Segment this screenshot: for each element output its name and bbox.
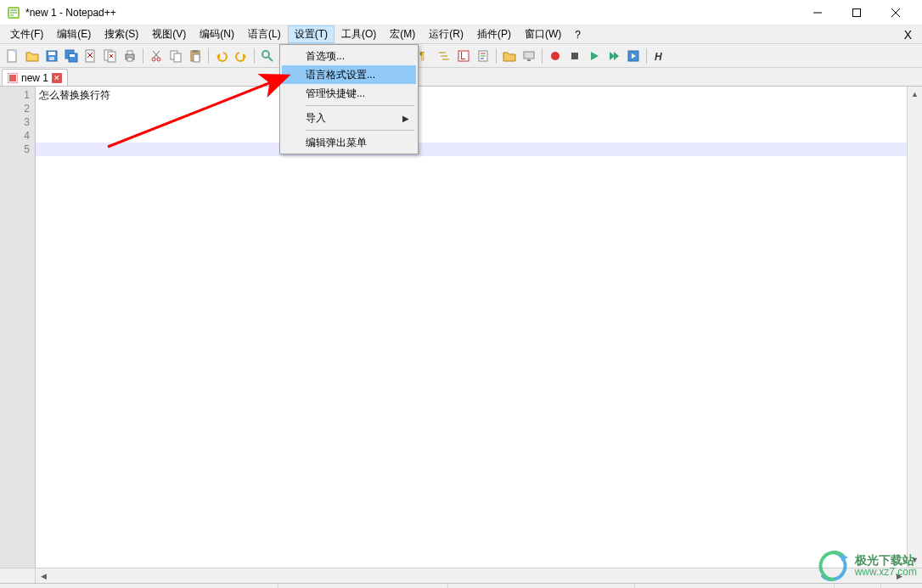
menu-item-5[interactable]: 语言(L) <box>241 25 288 43</box>
line-number: 2 <box>0 102 30 115</box>
vertical-scrollbar[interactable]: ▲ ▼ <box>907 87 922 568</box>
dropdown-item-2[interactable]: 管理快捷键... <box>282 84 416 103</box>
svg-point-35 <box>262 51 269 58</box>
line-number-gutter: 12345 <box>0 87 36 568</box>
doc-map-icon[interactable] <box>474 47 492 65</box>
svg-rect-64 <box>524 52 534 59</box>
menu-separator <box>306 105 414 106</box>
menu-item-8[interactable]: 宏(M) <box>383 25 422 43</box>
menu-item-4[interactable]: 编码(N) <box>193 25 241 43</box>
scroll-down-arrow-icon[interactable]: ▼ <box>908 552 922 568</box>
close-all-icon[interactable] <box>101 47 120 65</box>
dropdown-item-4[interactable]: 导入▶ <box>282 109 416 127</box>
file-dirty-icon <box>8 73 18 83</box>
file-tab[interactable]: new 1 ✕ <box>2 69 68 86</box>
svg-line-27 <box>153 51 159 58</box>
editor-line <box>39 115 903 129</box>
line-number: 5 <box>0 143 30 156</box>
toolbar-separator <box>542 48 543 64</box>
submenu-arrow-icon: ▶ <box>402 114 409 123</box>
save-icon[interactable] <box>42 47 61 65</box>
svg-rect-13 <box>70 54 75 57</box>
dropdown-item-1[interactable]: 语言格式设置... <box>282 65 416 84</box>
print-icon[interactable] <box>121 47 139 65</box>
menu-item-9[interactable]: 运行(R) <box>422 25 470 43</box>
editor-line <box>39 143 903 156</box>
menu-item-10[interactable]: 插件(P) <box>470 25 518 43</box>
menu-item-12[interactable]: ? <box>568 25 587 43</box>
vscroll-track[interactable] <box>908 102 922 552</box>
minimize-button[interactable] <box>798 0 837 25</box>
svg-rect-22 <box>127 51 132 54</box>
menu-item-3[interactable]: 视图(V) <box>145 25 193 43</box>
menubar-close-x[interactable]: X <box>897 25 919 43</box>
svg-rect-9 <box>48 52 55 55</box>
play-macro-icon[interactable] <box>585 47 604 65</box>
cut-icon[interactable] <box>147 47 166 65</box>
svg-text:H: H <box>655 51 662 63</box>
redo-icon[interactable] <box>232 47 250 65</box>
menu-item-0[interactable]: 文件(F) <box>3 25 50 43</box>
svg-rect-65 <box>527 59 531 61</box>
line-number: 3 <box>0 115 30 129</box>
status-file-type: Normal text file <box>7 584 278 588</box>
tab-close-button[interactable]: ✕ <box>52 73 62 83</box>
svg-rect-14 <box>86 50 94 62</box>
svg-line-36 <box>268 57 273 61</box>
menu-item-7[interactable]: 工具(O) <box>335 25 383 43</box>
horizontal-scrollbar[interactable]: ◀ ▶ <box>0 568 922 583</box>
undo-icon[interactable] <box>212 47 231 65</box>
window-title: *new 1 - Notepad++ <box>25 7 798 19</box>
new-file-icon[interactable] <box>3 47 22 65</box>
open-file-icon[interactable] <box>23 47 42 65</box>
indent-guide-icon[interactable] <box>435 47 453 65</box>
lang-icon[interactable]: L <box>454 47 473 65</box>
status-encoding[interactable]: UTF-8 <box>835 584 881 588</box>
header-icon[interactable]: H <box>650 47 669 65</box>
scroll-left-arrow-icon[interactable]: ◀ <box>36 568 51 583</box>
status-length: length : 29 lines : 5 <box>278 584 448 588</box>
copy-icon[interactable] <box>166 47 185 65</box>
window-controls <box>798 0 915 25</box>
title-bar: *new 1 - Notepad++ <box>0 0 922 25</box>
menu-item-1[interactable]: 编辑(E) <box>50 25 98 43</box>
svg-marker-68 <box>591 52 599 60</box>
folder-icon[interactable] <box>500 47 519 65</box>
stop-macro-icon[interactable] <box>565 47 584 65</box>
scroll-right-arrow-icon[interactable]: ▶ <box>891 568 907 583</box>
status-mode[interactable]: INS <box>881 584 915 588</box>
svg-point-66 <box>551 52 559 60</box>
hscroll-track[interactable] <box>51 568 891 583</box>
find-icon[interactable] <box>258 47 277 65</box>
svg-rect-67 <box>571 53 578 59</box>
dropdown-item-6[interactable]: 编辑弹出菜单 <box>282 133 416 152</box>
play-multi-icon[interactable] <box>604 47 623 65</box>
line-number: 1 <box>0 88 30 102</box>
toolbar-separator <box>143 48 143 64</box>
save-all-icon[interactable] <box>62 47 81 65</box>
toolbar-separator <box>254 48 255 64</box>
record-macro-icon[interactable] <box>546 47 565 65</box>
close-icon[interactable] <box>82 47 100 65</box>
menu-item-11[interactable]: 窗口(W) <box>518 25 568 43</box>
menu-item-6[interactable]: 设置(T) <box>288 25 335 43</box>
save-macro-icon[interactable] <box>624 47 643 65</box>
paste-icon[interactable] <box>186 47 205 65</box>
svg-text:L: L <box>460 50 466 62</box>
scroll-up-arrow-icon[interactable]: ▲ <box>908 87 922 102</box>
settings-dropdown-menu: 首选项...语言格式设置...管理快捷键...导入▶编辑弹出菜单 <box>279 44 419 154</box>
scroll-corner <box>907 568 922 583</box>
status-eol[interactable]: Windows (CR LF) <box>736 584 835 588</box>
editor-line <box>39 129 903 143</box>
svg-point-24 <box>152 58 155 61</box>
svg-marker-70 <box>614 52 619 60</box>
tab-bar: new 1 ✕ <box>0 68 922 87</box>
monitor-icon[interactable] <box>520 47 538 65</box>
dropdown-item-0[interactable]: 首选项... <box>282 47 416 65</box>
maximize-button[interactable] <box>837 0 876 25</box>
text-editor[interactable]: 怎么替换换行符 <box>36 87 907 568</box>
close-window-button[interactable] <box>876 0 915 25</box>
svg-rect-10 <box>49 57 54 60</box>
svg-rect-32 <box>194 54 200 62</box>
menu-item-2[interactable]: 搜索(S) <box>98 25 145 43</box>
